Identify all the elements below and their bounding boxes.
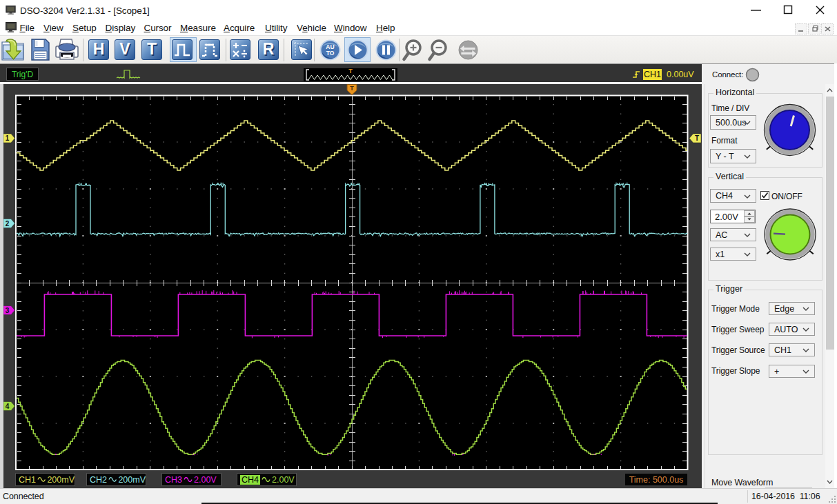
svg-text:T: T	[348, 68, 353, 74]
svg-text:T: T	[695, 134, 699, 142]
svg-text:3: 3	[6, 307, 10, 314]
svg-text:T: T	[147, 40, 157, 58]
svg-text:1: 1	[6, 134, 10, 142]
svg-text:V: V	[119, 40, 130, 58]
svg-text:H: H	[93, 40, 105, 58]
svg-text:R: R	[263, 40, 275, 58]
svg-text:TO: TO	[326, 50, 335, 57]
svg-text:4: 4	[6, 403, 10, 410]
svg-text:2: 2	[6, 220, 10, 228]
svg-text:T: T	[350, 85, 354, 92]
